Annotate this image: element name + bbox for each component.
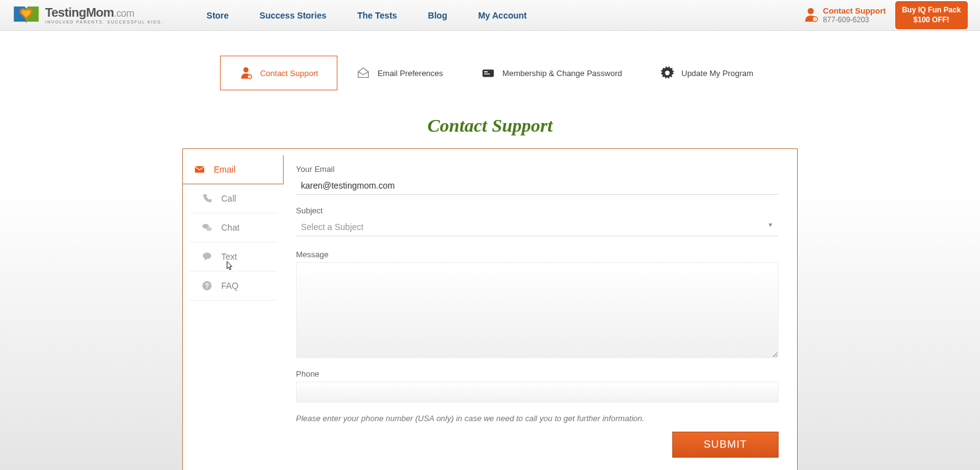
book-heart-icon: [12, 4, 40, 26]
contact-phone: 877-609-6203: [823, 15, 886, 24]
contact-panel: Email Call Chat Text ? FAQ Your Email: [182, 148, 798, 470]
phone-field[interactable]: [296, 382, 779, 403]
phone-icon: [201, 193, 213, 204]
svg-rect-6: [483, 70, 494, 77]
tab-contact-support[interactable]: ? Contact Support: [220, 56, 337, 90]
sidebar-item-faq[interactable]: ? FAQ: [189, 271, 277, 301]
sidebar-item-call[interactable]: Call: [189, 184, 277, 213]
svg-text:?: ?: [205, 282, 209, 289]
brand-suffix: .com: [114, 8, 134, 19]
support-person-icon: ?: [239, 66, 253, 80]
header-right: ? Contact Support 877-609-6203 Buy IQ Fu…: [803, 1, 968, 29]
subject-select[interactable]: Select a Subject: [296, 218, 779, 236]
speech-icon: [201, 251, 213, 262]
nav-success-stories[interactable]: Success Stories: [260, 11, 326, 20]
svg-rect-10: [195, 166, 205, 173]
sidebar-item-label: FAQ: [221, 281, 239, 291]
svg-point-13: [203, 252, 211, 259]
svg-point-12: [206, 227, 212, 231]
phone-label: Phone: [296, 369, 779, 378]
sidebar-item-label: Text: [221, 252, 237, 262]
phone-help-text: Please enter your phone number (USA only…: [296, 414, 779, 423]
contact-label: Contact Support: [823, 6, 886, 16]
page-title: Contact Support: [95, 115, 885, 136]
email-field[interactable]: [296, 177, 779, 195]
nav-store[interactable]: Store: [206, 11, 229, 20]
svg-rect-7: [484, 71, 488, 72]
svg-point-3: [243, 67, 248, 72]
subject-label: Subject: [296, 206, 779, 215]
tab-membership-password[interactable]: Membership & Change Password: [462, 56, 641, 90]
header-bar: TestingMom.com INVOLVED PARENTS. SUCCESS…: [0, 0, 980, 31]
sidebar-item-email[interactable]: Email: [183, 155, 284, 184]
id-card-icon: [481, 66, 495, 80]
nav-my-account[interactable]: My Account: [478, 11, 527, 20]
site-logo[interactable]: TestingMom.com INVOLVED PARENTS. SUCCESS…: [12, 4, 163, 26]
email-form: Your Email Subject Select a Subject Mess…: [284, 149, 797, 470]
envelope-open-icon: [357, 66, 370, 80]
contact-methods-sidebar: Email Call Chat Text ? FAQ: [183, 149, 284, 470]
support-person-icon: ?: [803, 7, 818, 23]
contact-support-link[interactable]: ? Contact Support 877-609-6203: [803, 6, 886, 25]
sidebar-item-chat[interactable]: Chat: [189, 213, 277, 242]
tab-update-program[interactable]: Update My Program: [641, 56, 772, 90]
svg-point-9: [665, 71, 669, 75]
sidebar-item-label: Call: [221, 194, 236, 203]
sidebar-item-label: Chat: [221, 223, 240, 233]
svg-point-0: [808, 8, 814, 14]
brand-tagline: INVOLVED PARENTS. SUCCESSFUL KIDS.: [45, 20, 163, 24]
nav-the-tests[interactable]: The Tests: [357, 11, 397, 20]
nav-blog[interactable]: Blog: [428, 11, 447, 20]
tab-label: Email Preferences: [378, 69, 443, 78]
message-textarea[interactable]: [296, 262, 779, 358]
account-tabs: ? Contact Support Email Preferences Memb…: [107, 56, 885, 90]
svg-text:?: ?: [248, 75, 250, 79]
sidebar-item-text[interactable]: Text: [189, 242, 277, 271]
chat-bubbles-icon: [201, 222, 213, 233]
tab-label: Update My Program: [682, 69, 753, 78]
sidebar-item-label: Email: [214, 164, 235, 174]
buy-iq-fun-pack-button[interactable]: Buy IQ Fun Pack $100 OFF!: [895, 1, 968, 29]
logo-text: TestingMom.com INVOLVED PARENTS. SUCCESS…: [45, 6, 163, 24]
email-label: Your Email: [296, 164, 779, 174]
page-content: ? Contact Support Email Preferences Memb…: [95, 31, 885, 470]
submit-button[interactable]: SUBMIT: [672, 432, 779, 458]
main-nav: Store Success Stories The Tests Blog My …: [206, 11, 526, 20]
tab-email-preferences[interactable]: Email Preferences: [337, 56, 462, 90]
message-label: Message: [296, 250, 779, 259]
gear-icon: [661, 66, 674, 80]
question-circle-icon: ?: [201, 280, 213, 291]
tab-label: Contact Support: [260, 69, 318, 78]
svg-rect-8: [484, 74, 490, 74]
brand-main: TestingMom: [45, 6, 114, 19]
envelope-icon: [194, 164, 205, 175]
tab-label: Membership & Change Password: [502, 69, 622, 78]
